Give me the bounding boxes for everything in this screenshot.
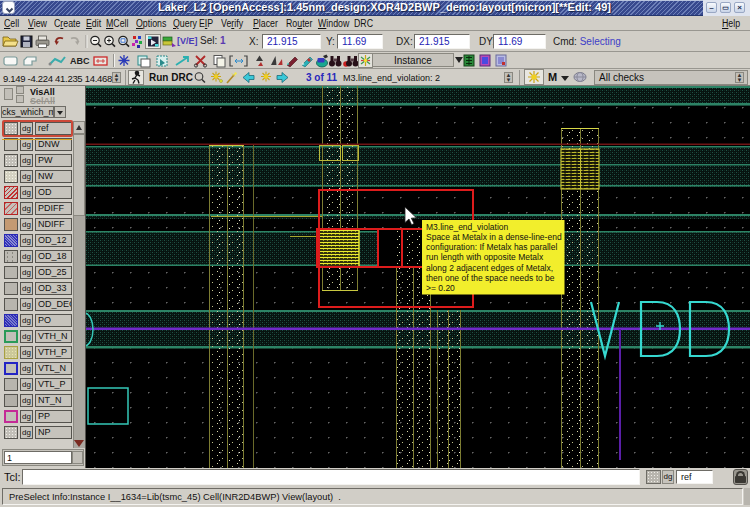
svg-text:M3.line_end_violation: M3.line_end_violation: [426, 222, 508, 232]
svg-text:then one of the space needs to: then one of the space needs to be: [426, 273, 555, 283]
svg-text:>= 0.20: >= 0.20: [426, 283, 455, 293]
svg-text:Space at Metalx in a dense-lin: Space at Metalx in a dense-line-end: [426, 232, 562, 242]
svg-text:configuration: If Metalx has p: configuration: If Metalx has parallel: [426, 242, 557, 252]
svg-text:along 2 adjacent edges of Meta: along 2 adjacent edges of Metalx,: [426, 263, 553, 273]
svg-text:ABC: ABC: [70, 56, 90, 66]
svg-text:run length with opposite Metal: run length with opposite Metalx: [426, 252, 544, 262]
